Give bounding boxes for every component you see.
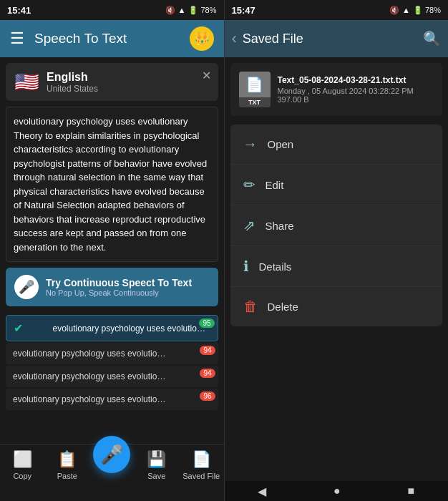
share-icon: ⇗ [243,217,255,234]
nav-bar-right: ◀ ● ■ [225,481,449,501]
delete-icon: 🗑 [243,298,258,315]
back-button[interactable]: ‹ [232,29,237,48]
lang-sub: United States [47,84,98,94]
continuous-title: Try Continuous Speect To Text [46,277,192,288]
mic-fab[interactable]: 🎤 [93,436,130,473]
open-label: Open [268,138,294,150]
delete-menu-item[interactable]: 🗑 Delete [230,287,443,326]
open-menu-item[interactable]: → Open [230,125,443,165]
signal-icon-right: 🔇 [389,6,399,15]
transcription-text[interactable]: evolutionary psychology uses evolutionar… [6,107,218,262]
save-icon: 💾 [147,450,166,469]
saved-file-label: Saved File [182,472,220,480]
share-label: Share [266,220,294,232]
language-card[interactable]: 🇺🇸 English United States ✕ [6,63,218,101]
copy-button[interactable]: ⬜ Copy [1,450,44,480]
check-icon: ✔ [14,321,23,335]
wifi-icon-right: ▲ [402,6,410,14]
battery-icon-right: 🔋 78% [413,6,441,15]
status-icons-right: 🔇 ▲ 🔋 78% [389,6,441,15]
back-nav-icon[interactable]: ◀ [258,485,266,498]
file-date: Monday , 05 August 2024 03:28:22 PM [278,87,414,95]
close-lang-button[interactable]: ✕ [202,69,211,82]
battery-icon-left: 🔋 78% [188,6,216,15]
edit-menu-item[interactable]: ✏ Edit [230,165,443,205]
open-icon: → [243,136,258,152]
suggestion-text: evolutionary psychology uses evolutionar… [13,371,170,381]
wifi-icon-left: ▲ [178,6,186,14]
suggestion-text: evolutionary psychology uses evolutionar… [13,349,170,359]
continuous-text-info: Try Continuous Speect To Text No Pop Up,… [46,277,192,297]
menu-icon[interactable]: ☰ [10,29,24,48]
suggestion-badge: 94 [200,369,215,378]
suggestion-badge: 95 [199,318,214,328]
continuous-speech-button[interactable]: 🎤 Try Continuous Speect To Text No Pop U… [6,268,218,306]
mic-icon: 🎤 [14,275,39,299]
paste-button[interactable]: 📋 Paste [46,450,89,480]
suggestion-text: evolutionary psychology uses evolutionar… [13,394,170,404]
home-nav-icon[interactable]: ● [333,485,341,497]
right-panel: 15:47 🔇 ▲ 🔋 78% ‹ Saved File 🔍 📄 TXT Tex… [225,0,449,501]
save-label: Save [147,472,165,480]
share-menu-item[interactable]: ⇗ Share [230,205,443,246]
right-header: ‹ Saved File 🔍 [225,20,449,57]
suggestion-item[interactable]: evolutionary psychology uses evolutionar… [6,389,218,410]
suggestion-badge: 94 [200,346,215,355]
saved-file-icon: 📄 [192,450,211,469]
bottom-bar: ⬜ Copy 📋 Paste 🎤 💾 Save 📄 Saved File [0,444,224,501]
mic-fab-button[interactable]: 🎤 [90,450,133,473]
suggestion-item[interactable]: ✔ evolutionary psychology uses evolution… [6,315,218,341]
edit-icon: ✏ [243,176,255,193]
status-icons-left: 🔇 ▲ 🔋 78% [165,6,217,15]
suggestion-item[interactable]: evolutionary psychology uses evolutionar… [6,343,218,364]
file-type-label: TXT [239,97,271,107]
suggestion-item[interactable]: evolutionary psychology uses evolutionar… [6,366,218,387]
continuous-sub: No Pop Up, Speak Continuously [46,288,192,297]
details-label: Details [259,261,292,273]
crown-icon: 👑 [194,31,210,47]
time-right: 15:47 [232,5,255,16]
file-size: 397.00 B [278,95,414,104]
status-bar-right: 15:47 🔇 ▲ 🔋 78% [225,0,449,20]
delete-label: Delete [268,301,298,313]
status-bar-left: 15:41 🔇 ▲ 🔋 78% [0,0,224,20]
file-info: Text_05-08-2024-03-28-21.txt.txt Monday … [278,75,414,104]
suggestion-text: evolutionary psychology uses evolutionar… [53,324,210,334]
left-panel: 15:41 🔇 ▲ 🔋 78% ☰ Speech To Text 👑 🇺🇸 En… [0,0,224,501]
app-title: Speech To Text [34,31,180,47]
suggestion-badge: 96 [200,391,215,401]
file-name: Text_05-08-2024-03-28-21.txt.txt [278,75,414,85]
recent-nav-icon[interactable]: ■ [407,485,414,497]
time-left: 15:41 [7,5,31,16]
copy-icon: ⬜ [13,450,32,469]
search-button[interactable]: 🔍 [423,30,441,47]
details-icon: ℹ [243,258,249,275]
saved-file-button[interactable]: 📄 Saved File [180,450,223,480]
right-header-title: Saved File [243,31,417,47]
paste-label: Paste [57,472,77,480]
file-type-icon: 📄 [239,72,271,97]
save-button[interactable]: 💾 Save [135,450,178,480]
context-menu: → Open ✏ Edit ⇗ Share ℹ Details 🗑 Delete [230,125,443,326]
suggestion-list: ✔ evolutionary psychology uses evolution… [6,315,218,410]
flag-icon: 🇺🇸 [14,70,39,94]
copy-label: Copy [13,472,31,480]
details-menu-item[interactable]: ℹ Details [230,246,443,287]
edit-label: Edit [266,179,284,191]
app-header: ☰ Speech To Text 👑 [0,20,224,57]
crown-button[interactable]: 👑 [190,26,214,51]
signal-icon-left: 🔇 [165,6,175,15]
paste-icon: 📋 [57,450,77,469]
file-entry[interactable]: 📄 TXT Text_05-08-2024-03-28-21.txt.txt M… [230,63,443,116]
file-icon-box: 📄 TXT [239,72,271,107]
lang-info: English United States [47,71,98,94]
lang-name: English [47,71,98,84]
